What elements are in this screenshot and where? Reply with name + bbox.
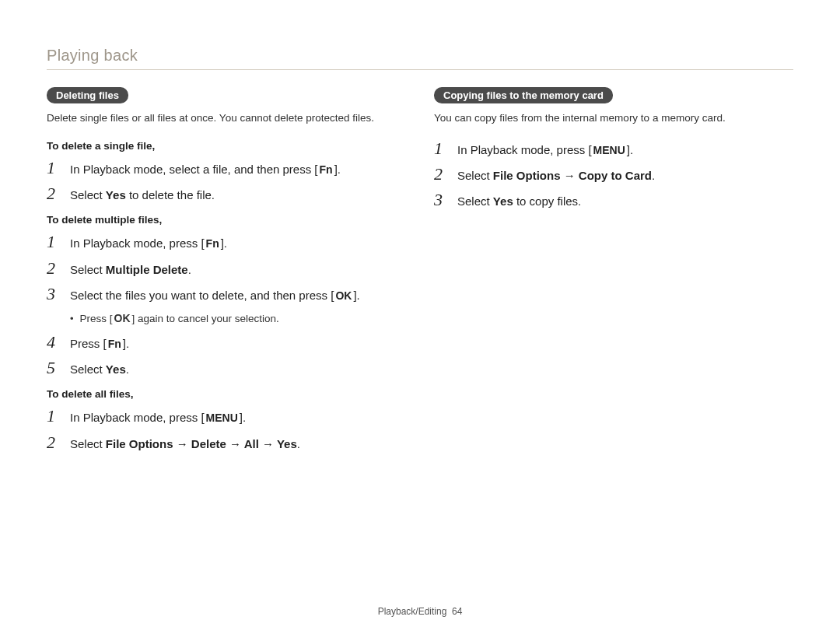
fn-key: Fn bbox=[205, 236, 221, 252]
step-text: Select Yes. bbox=[70, 361, 129, 377]
step-text-post: ]. bbox=[353, 289, 359, 302]
step-text-pre: Select bbox=[70, 263, 106, 276]
step-text-pre: In Playback mode, select a file, and the… bbox=[70, 163, 318, 176]
step-item: 2 Select File Options → Delete → All → Y… bbox=[47, 434, 406, 452]
page-footer: Playback/Editing 64 bbox=[0, 606, 840, 617]
step-item: 1 In Playback mode, select a file, and t… bbox=[47, 159, 406, 178]
step-text-pre: Select bbox=[70, 437, 106, 450]
step-text-post: . bbox=[652, 169, 655, 182]
step-item: 4 Press [Fn]. bbox=[47, 334, 406, 352]
right-column: Copying files to the memory card You can… bbox=[434, 84, 793, 460]
step-text: Select Yes to delete the file. bbox=[70, 187, 215, 203]
step-number: 1 bbox=[47, 159, 61, 177]
step-text: Select File Options → Copy to Card. bbox=[457, 167, 655, 184]
sub-bullet: • Press [OK] again to cancel your select… bbox=[70, 312, 406, 326]
left-column: Deleting files Delete single files or al… bbox=[47, 84, 406, 460]
step-text-pre: Press [ bbox=[70, 337, 107, 350]
step-item: 2 Select File Options → Copy to Card. bbox=[434, 166, 793, 184]
subheading-delete-all: To delete all files, bbox=[47, 388, 406, 400]
ok-key: OK bbox=[334, 289, 353, 304]
heading-pill-deleting-files: Deleting files bbox=[47, 87, 128, 103]
intro-paragraph: Delete single files or all files at once… bbox=[47, 111, 406, 126]
step-text-pre: Select bbox=[457, 169, 493, 182]
step-number: 2 bbox=[47, 434, 61, 451]
step-number: 2 bbox=[47, 185, 61, 202]
step-text-post: . bbox=[126, 363, 129, 376]
step-number: 3 bbox=[47, 285, 61, 303]
step-text-pre: Select the files you want to delete, and… bbox=[70, 289, 334, 302]
step-text-pre: Select bbox=[70, 188, 106, 201]
step-number: 5 bbox=[47, 359, 61, 377]
step-text: Press [Fn]. bbox=[70, 335, 129, 352]
step-item: 1 In Playback mode, press [MENU]. bbox=[47, 408, 406, 426]
step-text-pre: Select bbox=[457, 194, 493, 208]
step-text-post: to delete the file. bbox=[126, 188, 215, 201]
fn-key: Fn bbox=[318, 163, 334, 178]
manual-page: Playing back Deleting files Delete singl… bbox=[0, 0, 840, 634]
step-item: 1 In Playback mode, press [Fn]. bbox=[47, 233, 406, 252]
step-number: 4 bbox=[47, 334, 61, 351]
step-text-post: ]. bbox=[123, 337, 129, 350]
step-text-bold: Multiple Delete bbox=[106, 263, 188, 276]
section-title: Playing back bbox=[47, 47, 793, 70]
menu-key: MENU bbox=[592, 143, 627, 159]
step-text: In Playback mode, select a file, and the… bbox=[70, 161, 341, 178]
step-text-post: ]. bbox=[334, 163, 341, 176]
step-text-bold: Yes bbox=[493, 194, 513, 208]
step-item: 2 Select Yes to delete the file. bbox=[47, 185, 406, 203]
subheading-delete-multiple: To delete multiple files, bbox=[47, 214, 406, 226]
step-text-pre: In Playback mode, press [ bbox=[70, 411, 205, 424]
step-number: 1 bbox=[47, 233, 61, 250]
step-text-pre: In Playback mode, press [ bbox=[457, 143, 592, 156]
step-text: Select File Options → Delete → All → Yes… bbox=[70, 436, 300, 452]
step-text-post: ]. bbox=[221, 236, 227, 250]
step-text-pre: In Playback mode, press [ bbox=[70, 236, 205, 250]
step-text-post: to copy files. bbox=[513, 194, 582, 208]
sub-bullet-post: ] again to cancel your selection. bbox=[132, 313, 279, 324]
step-text: In Playback mode, press [MENU]. bbox=[70, 409, 246, 426]
heading-pill-copying-files: Copying files to the memory card bbox=[434, 87, 613, 103]
fn-key: Fn bbox=[107, 337, 123, 352]
step-text-post: ]. bbox=[240, 411, 246, 424]
step-item: 2 Select Multiple Delete. bbox=[47, 260, 406, 278]
step-text: Select Yes to copy files. bbox=[457, 193, 581, 209]
step-text: Select Multiple Delete. bbox=[70, 261, 191, 278]
footer-page-number: 64 bbox=[452, 606, 462, 617]
step-text-pre: Select bbox=[70, 363, 106, 376]
step-text-post: . bbox=[297, 437, 300, 450]
step-item: 5 Select Yes. bbox=[47, 359, 406, 377]
step-text: In Playback mode, press [MENU]. bbox=[457, 142, 633, 159]
ok-key: OK bbox=[113, 312, 132, 324]
step-number: 1 bbox=[47, 408, 61, 425]
step-item: 1 In Playback mode, press [MENU]. bbox=[434, 140, 793, 159]
step-number: 2 bbox=[434, 166, 448, 183]
step-text: In Playback mode, press [Fn]. bbox=[70, 235, 227, 252]
step-text-bold: Yes bbox=[106, 363, 126, 376]
step-text-post: ]. bbox=[627, 143, 633, 156]
sub-bullet-text: Press [OK] again to cancel your selectio… bbox=[80, 312, 279, 326]
step-text-post: . bbox=[188, 263, 191, 276]
intro-paragraph: You can copy files from the internal mem… bbox=[434, 111, 793, 126]
two-column-layout: Deleting files Delete single files or al… bbox=[47, 84, 793, 460]
step-number: 1 bbox=[434, 140, 448, 157]
step-text-bold: File Options → Delete → All → Yes bbox=[106, 437, 297, 450]
sub-bullet-pre: Press [ bbox=[80, 313, 113, 324]
footer-label: Playback/Editing bbox=[378, 606, 447, 617]
step-item: 3 Select the files you want to delete, a… bbox=[47, 285, 406, 304]
bullet-icon: • bbox=[70, 312, 74, 326]
step-text-bold: File Options → Copy to Card bbox=[493, 169, 652, 182]
step-number: 2 bbox=[47, 260, 61, 277]
subheading-delete-single: To delete a single file, bbox=[47, 140, 406, 152]
menu-key: MENU bbox=[205, 411, 240, 426]
step-text: Select the files you want to delete, and… bbox=[70, 287, 360, 304]
step-text-bold: Yes bbox=[106, 188, 126, 201]
step-number: 3 bbox=[434, 191, 448, 208]
step-item: 3 Select Yes to copy files. bbox=[434, 191, 793, 209]
